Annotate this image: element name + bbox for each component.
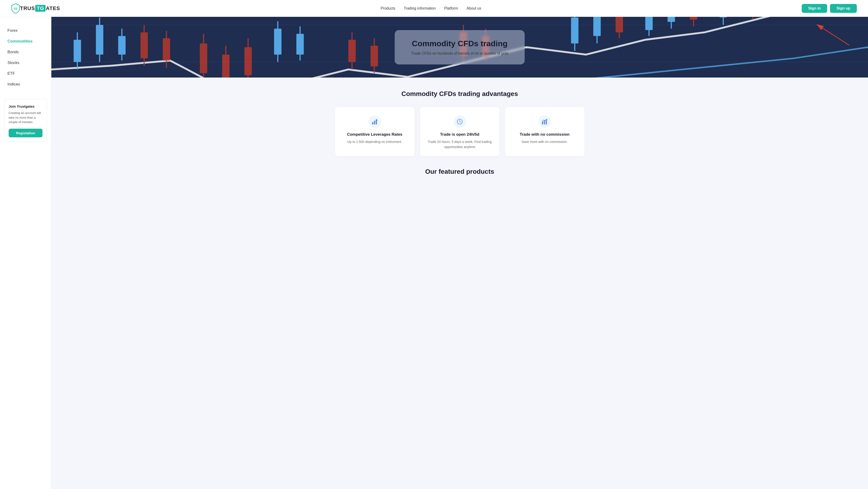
advantage-commission-title: Trade with no commission — [520, 132, 569, 137]
header-buttons: Sign in Sign up — [802, 4, 857, 13]
advantages-section: Commodity CFDs trading advantages Compet — [51, 78, 868, 166]
advantages-title: Commodity CFDs trading advantages — [63, 90, 857, 97]
main-nav: Products Trading information Platform Ab… — [381, 6, 481, 10]
svg-rect-74 — [542, 121, 543, 124]
advantage-hours-desc: Trade 24 hours, 5 days a week. Find trad… — [427, 139, 493, 150]
sidebar-item-stocks[interactable]: Stocks — [0, 57, 51, 68]
chart-icon — [369, 115, 381, 128]
hero-title: Commodity CFDs trading — [411, 39, 508, 48]
commission-icon — [538, 115, 551, 128]
nav-products[interactable]: Products — [381, 6, 395, 10]
hero-banner: @ WikiFX @ WikiFX @ WikiFX @ WikiFX @ Wi… — [51, 17, 868, 78]
nav-trading-information[interactable]: Trading information — [404, 6, 436, 10]
join-description: Creating an account will take no more th… — [9, 111, 42, 124]
sidebar-item-commodities[interactable]: Commodities — [0, 36, 51, 47]
logo-text: TRUSTGATES — [20, 5, 60, 11]
nav-about-us[interactable]: About us — [467, 6, 481, 10]
clock-icon — [454, 115, 466, 128]
featured-section: Our featured products — [51, 166, 868, 190]
advantages-cards: Competitive Leverages Rates Up to 1:500 … — [63, 107, 857, 156]
sidebar-item-forex[interactable]: Forex — [0, 25, 51, 36]
logo[interactable]: TG TRUSTGATES — [11, 3, 60, 13]
sidebar-item-indices[interactable]: Indices — [0, 79, 51, 90]
join-box: Join Trustgates Creating an account will… — [4, 99, 47, 142]
hero-subtitle: Trade CFDs on hundreds of barrels of oil… — [411, 51, 508, 56]
sidebar: Forex Commodities Bonds Stocks ETF Indic… — [0, 17, 51, 489]
registration-button[interactable]: Registation — [9, 129, 42, 137]
advantage-leverage-title: Competitive Leverages Rates — [347, 132, 402, 137]
svg-text:TG: TG — [13, 7, 18, 10]
hero-card: Commodity CFDs trading Trade CFDs on hun… — [395, 30, 525, 64]
svg-line-73 — [460, 122, 461, 122]
svg-rect-75 — [544, 120, 545, 124]
logo-shield-icon: TG — [11, 3, 20, 13]
advantage-card-hours: Trade is open 24h/5d Trade 24 hours, 5 d… — [420, 107, 499, 156]
advantage-leverage-desc: Up to 1:500 depending on instrument. — [347, 139, 402, 144]
signup-button[interactable]: Sign up — [830, 4, 857, 13]
advantage-card-leverage: Competitive Leverages Rates Up to 1:500 … — [335, 107, 414, 156]
nav-platform[interactable]: Platform — [444, 6, 458, 10]
content-area: @ WikiFX @ WikiFX @ WikiFX @ WikiFX @ Wi… — [51, 17, 868, 489]
advantage-hours-title: Trade is open 24h/5d — [440, 132, 479, 137]
advantage-card-commission: Trade with no commission Save more with … — [505, 107, 584, 156]
advantage-commission-desc: Save more with no commission. — [522, 139, 568, 144]
signin-button[interactable]: Sign in — [802, 4, 827, 13]
sidebar-item-etf[interactable]: ETF — [0, 68, 51, 79]
main-layout: Forex Commodities Bonds Stocks ETF Indic… — [0, 17, 868, 489]
sidebar-item-bonds[interactable]: Bonds — [0, 47, 51, 57]
featured-title: Our featured products — [63, 168, 857, 175]
header: TG TRUSTGATES Products Trading informati… — [0, 0, 868, 17]
join-title: Join Trustgates — [9, 105, 42, 108]
